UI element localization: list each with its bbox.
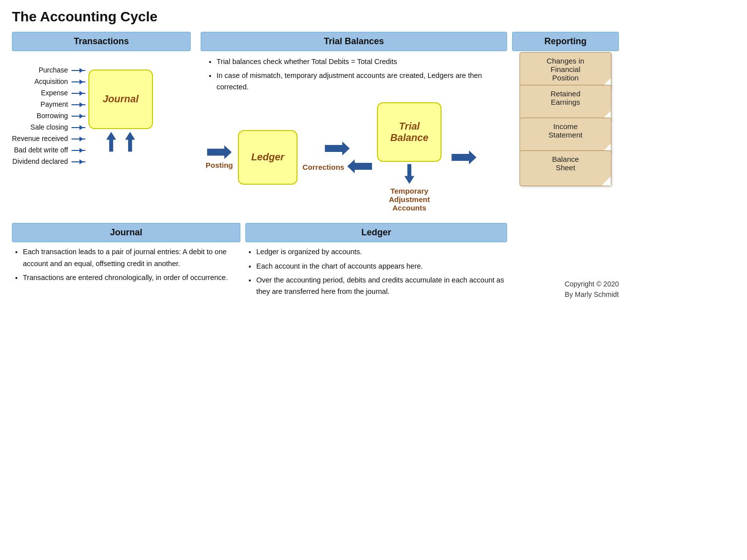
journal-bullet-1: Each transaction leads to a pair of jour… [23, 246, 240, 269]
reporting-docs: Changes inFinancialPosition RetainedEarn… [512, 55, 619, 186]
arrow-borrowing [72, 116, 85, 117]
temp-adj-label: TemporaryAdjustmentAccounts [377, 187, 442, 212]
transactions-header: Transactions [12, 32, 191, 51]
trans-acquisition: Acquisition [34, 76, 85, 87]
arrow-expense [72, 93, 85, 94]
arrow-revenue [72, 139, 85, 140]
arrow-acquisition [72, 81, 85, 82]
reporting-column: Reporting Changes inFinancialPosition Re… [512, 32, 619, 186]
arrow-dividend [72, 161, 85, 162]
trial-balance-box: TrialBalance [377, 102, 442, 162]
trial-bullet-2: In case of mismatch, temporary adjustmen… [217, 70, 507, 92]
arrow-purchase [72, 70, 85, 71]
corrections-group [325, 141, 350, 155]
doc-income-statement: IncomeStatement [520, 118, 611, 153]
corrections-label: Corrections [302, 163, 344, 171]
page-title: The Accounting Cycle [12, 9, 619, 25]
top-section: Transactions Purchase Acquisition Expens… [12, 32, 619, 212]
journal-box: Journal [88, 70, 153, 129]
bottom-journal-header: Journal [12, 223, 240, 242]
bottom-ledger-column: Ledger Ledger is organized by accounts. … [240, 223, 512, 300]
trans-sale-closing: Sale closing [30, 122, 85, 133]
bottom-ledger-text: Ledger is organized by accounts. Each ac… [245, 246, 507, 297]
trans-dividend: Dividend declared [12, 156, 85, 167]
bottom-journal-text: Each transaction leads to a pair of jour… [12, 246, 240, 283]
trans-purchase: Purchase [39, 65, 85, 75]
up-arrow-2 [125, 132, 135, 152]
up-arrow-1 [106, 132, 116, 152]
arrow-payment [72, 104, 85, 105]
ledger-bullet-1: Ledger is organized by accounts. [256, 246, 507, 258]
bottom-ledger-header: Ledger [245, 223, 507, 242]
bottom-journal-column: Journal Each transaction leads to a pair… [12, 223, 240, 300]
main-layout: Transactions Purchase Acquisition Expens… [12, 32, 619, 300]
journal-bullet-2: Transactions are entered chronologically… [23, 272, 240, 283]
trial-to-reporting-arrow [451, 150, 476, 164]
ledger-bullet-3: Over the accounting period, debits and c… [256, 275, 507, 297]
trial-balance-down-arrow [404, 164, 414, 184]
doc-retained-earnings: RetainedEarnings [520, 85, 611, 121]
corrections-arrow [347, 159, 372, 173]
trans-expense: Expense [41, 88, 85, 98]
ledger-bullet-2: Each account in the chart of accounts ap… [256, 261, 507, 272]
bottom-reporting-column: Copyright © 2020By Marly Schmidt [512, 223, 619, 300]
reporting-header: Reporting [512, 32, 619, 51]
arrow-bad-debt [72, 150, 85, 151]
posting-label: Posting [206, 161, 233, 169]
transaction-labels: Purchase Acquisition Expense Payment [12, 65, 88, 167]
ledger-to-trial-arrow [325, 141, 350, 155]
vert-up-arrow-2 [125, 132, 135, 153]
trans-bad-debt: Bad debt write off [14, 145, 85, 155]
trial-bullet-1: Trial balances check whether Total Debit… [217, 56, 507, 67]
trans-revenue: Revenue received [12, 134, 85, 144]
trial-balances-header: Trial Balances [201, 32, 507, 51]
bottom-section: Journal Each transaction leads to a pair… [12, 223, 619, 300]
trans-borrowing: Borrowing [37, 111, 85, 121]
vert-up-arrow-1 [106, 132, 116, 153]
transactions-column: Transactions Purchase Acquisition Expens… [12, 32, 196, 167]
diagram-row: Purchase Acquisition Expense Payment [12, 55, 191, 167]
doc-balance-sheet: BalanceSheet [520, 150, 611, 186]
posting-group: Posting [206, 145, 233, 169]
doc-changes-in-financial-position: Changes inFinancialPosition [520, 52, 611, 88]
posting-arrow [207, 145, 232, 159]
arrow-sale-closing [72, 127, 85, 128]
trans-payment: Payment [41, 99, 85, 110]
copyright-text: Copyright © 2020By Marly Schmidt [565, 279, 619, 300]
trial-balances-text: Trial balances check whether Total Debit… [201, 56, 507, 95]
trial-balances-column: Trial Balances Trial balances check whet… [196, 32, 512, 212]
ledger-box: Ledger [238, 130, 298, 185]
